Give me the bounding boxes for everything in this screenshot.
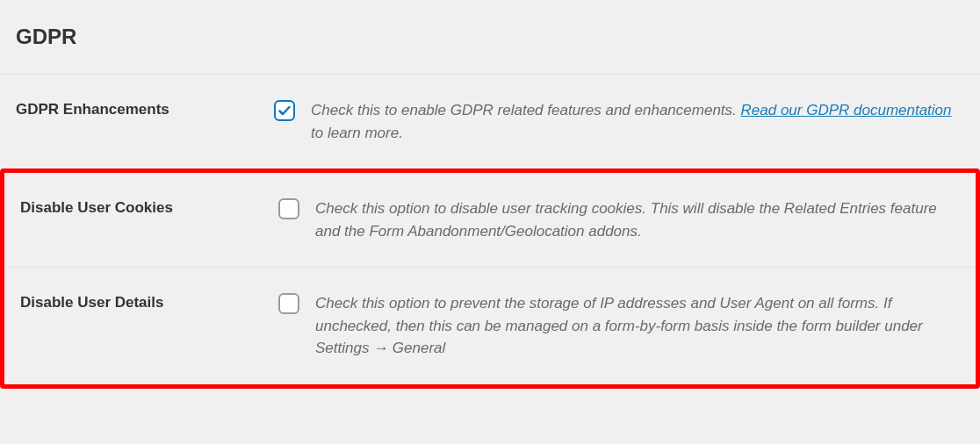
- checkmark-icon: [277, 104, 292, 118]
- setting-control: Check this to enable GDPR related featur…: [274, 99, 964, 144]
- disable-cookies-desc: Check this option to disable user tracki…: [315, 197, 960, 242]
- checkbox-wrap: [274, 100, 295, 121]
- setting-label-disable-details: Disable User Details: [20, 292, 278, 312]
- setting-row-gdpr-enhancements: GDPR Enhancements Check this to enable G…: [0, 74, 980, 168]
- disable-details-desc: Check this option to prevent the storage…: [315, 292, 960, 360]
- disable-details-checkbox[interactable]: [278, 293, 299, 314]
- checkbox-wrap: [278, 293, 299, 314]
- gdpr-enhancements-desc: Check this to enable GDPR related featur…: [311, 99, 964, 144]
- checkbox-wrap: [278, 198, 299, 219]
- setting-label-gdpr-enhancements: GDPR Enhancements: [16, 99, 274, 118]
- setting-control: Check this option to prevent the storage…: [278, 292, 960, 360]
- setting-row-disable-details: Disable User Details Check this option t…: [4, 267, 976, 384]
- gdpr-enhancements-checkbox[interactable]: [274, 100, 295, 121]
- desc-text-after: to learn more.: [311, 125, 403, 141]
- highlighted-settings-box: Disable User Cookies Check this option t…: [0, 168, 980, 389]
- setting-row-disable-cookies: Disable User Cookies Check this option t…: [4, 173, 976, 267]
- gdpr-settings-panel: GDPR GDPR Enhancements Check this to ena…: [0, 0, 980, 389]
- setting-label-disable-cookies: Disable User Cookies: [20, 197, 278, 217]
- disable-cookies-checkbox[interactable]: [278, 198, 299, 219]
- gdpr-documentation-link[interactable]: Read our GDPR documentation: [741, 102, 952, 118]
- setting-control: Check this option to disable user tracki…: [278, 197, 960, 242]
- desc-text-before: Check this to enable GDPR related featur…: [311, 102, 741, 118]
- section-title: GDPR: [0, 0, 980, 74]
